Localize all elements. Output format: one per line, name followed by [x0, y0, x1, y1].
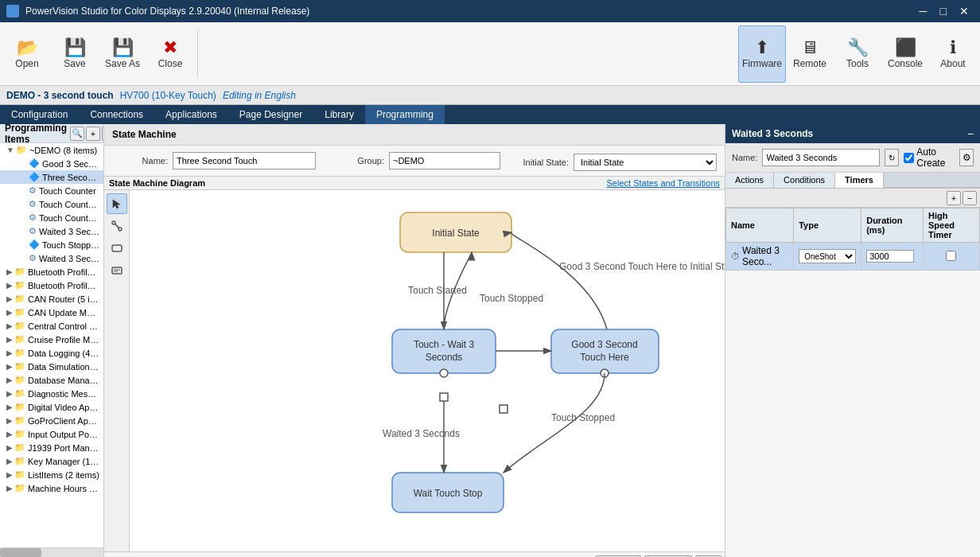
- right-panel-header: Waited 3 Seconds −: [725, 124, 980, 143]
- svg-rect-4: [112, 267, 122, 274]
- item-icon: ⚙: [29, 199, 37, 209]
- tree-item-22[interactable]: ▶📁J1939 Port Manager (21 items): [0, 441, 103, 454]
- svg-point-0: [112, 221, 115, 224]
- state-machine-form: Name: Group: Initial State: Initial Stat…: [104, 146, 725, 177]
- tree-item-3[interactable]: ⚙Touch Counter: [0, 184, 103, 197]
- tree-item-17[interactable]: ▶📁Database Manager (1 items): [0, 373, 103, 387]
- tab-actions[interactable]: Actions: [725, 173, 774, 188]
- connect-tool[interactable]: [107, 216, 127, 236]
- nav-library[interactable]: Library: [313, 105, 365, 124]
- diagram-svg[interactable]: Initial State Touch - Wait 3 Seconds Goo…: [130, 190, 725, 551]
- name-input[interactable]: [173, 152, 316, 169]
- right-name-label: Name:: [732, 153, 757, 162]
- tree-item-25[interactable]: ▶📁Machine Hours (2 items): [0, 481, 103, 495]
- folder-icon: 📁: [14, 280, 25, 290]
- tree-area[interactable]: ▼📁~DEMO (8 items)🔷Good 3 Second Touch He…: [0, 143, 103, 547]
- save-button[interactable]: 💾 Save: [51, 25, 99, 83]
- tree-item-1[interactable]: 🔷Good 3 Second Touch Here: [0, 157, 103, 170]
- name-label: Name:: [112, 156, 168, 166]
- minimize-button[interactable]: ─: [915, 5, 932, 18]
- tree-item-10[interactable]: ▶📁Bluetooth Profile Manager (M2...: [0, 278, 103, 292]
- tree-label: Waited 3 SecondsTimerVaria...: [39, 254, 100, 263]
- tree-item-13[interactable]: ▶📁Central Control Module (3 items...: [0, 319, 103, 333]
- nav-configuration[interactable]: Configuration: [0, 105, 79, 124]
- diagram-tools: [104, 190, 130, 551]
- text-tool[interactable]: [107, 260, 127, 281]
- state-tool[interactable]: [107, 238, 127, 259]
- tree-item-12[interactable]: ▶📁CAN Update Manager (8 items...: [0, 306, 103, 319]
- connector-twait3-bottom[interactable]: [440, 369, 448, 377]
- open-button[interactable]: 📂 Open: [3, 25, 51, 83]
- right-name-input[interactable]: [762, 149, 880, 166]
- cell-type: OneShot Repeating: [794, 243, 861, 271]
- tree-item-19[interactable]: ▶📁Digital Video Application (3 ite...: [0, 400, 103, 414]
- scroll-thumb[interactable]: [0, 548, 41, 557]
- expand-arrow: ▶: [6, 389, 13, 398]
- auto-create-checkbox[interactable]: [904, 153, 914, 163]
- tree-item-23[interactable]: ▶📁Key Manager (1 items): [0, 454, 103, 468]
- left-panel-header: Programming Items 🔍 + −: [0, 124, 103, 143]
- tree-item-11[interactable]: ▶📁CAN Router (5 items): [0, 292, 103, 306]
- nav-programming[interactable]: Programming: [365, 105, 445, 124]
- connector-square2[interactable]: [500, 405, 508, 413]
- label-touch-started: Touch Started: [408, 285, 467, 296]
- settings-button[interactable]: ⚙: [959, 149, 974, 166]
- tree-item-18[interactable]: ▶📁Diagnostic Messages (63 items...: [0, 387, 103, 400]
- nav-page-designer[interactable]: Page Designer: [228, 105, 313, 124]
- tree-item-16[interactable]: ▶📁Data Simulation (3 items): [0, 360, 103, 373]
- expand-arrow: ▶: [6, 376, 13, 384]
- tree-item-21[interactable]: ▶📁Input Output Port Manager (1 i...: [0, 427, 103, 441]
- diagram-canvas[interactable]: Initial State Touch - Wait 3 Seconds Goo…: [104, 190, 725, 551]
- tree-item-24[interactable]: ▶📁ListItems (2 items): [0, 468, 103, 481]
- expand-arrow: ▶: [6, 294, 13, 303]
- arrow-good3-to-initial[interactable]: [511, 232, 607, 329]
- group-input[interactable]: [389, 152, 500, 169]
- nav-applications[interactable]: Applications: [154, 105, 228, 124]
- tree-label: ListItems (2 items): [28, 470, 99, 480]
- table-row[interactable]: ⏱ Waited 3 Seco... OneShot Repeating: [726, 243, 980, 271]
- tree-item-0[interactable]: ▼📁~DEMO (8 items): [0, 143, 103, 157]
- refresh-button[interactable]: ↻: [885, 149, 899, 166]
- firmware-button[interactable]: ⬆ Firmware: [738, 25, 786, 83]
- tree-item-7[interactable]: 🔷Touch Stopped: [0, 238, 103, 251]
- initial-state-select[interactable]: Initial State: [574, 154, 717, 171]
- tree-item-2[interactable]: 🔷Three Second Touch: [0, 170, 103, 184]
- tools-button[interactable]: 🔧 Tools: [834, 25, 881, 83]
- connector-square1[interactable]: [440, 393, 448, 401]
- left-scroll-bar[interactable]: [0, 547, 103, 557]
- save-as-button[interactable]: 💾 Save As: [99, 25, 146, 83]
- group-row: Group:: [329, 152, 500, 169]
- high-speed-checkbox[interactable]: [946, 251, 956, 261]
- tree-item-4[interactable]: ⚙Touch Counter Calculation Ev...: [0, 197, 103, 211]
- right-tab-toolbar: + −: [725, 189, 980, 208]
- right-panel-collapse-button[interactable]: −: [967, 127, 974, 140]
- restore-button[interactable]: □: [935, 5, 951, 18]
- tree-item-20[interactable]: ▶📁GoProClient Application (21 ite...: [0, 414, 103, 427]
- close-button[interactable]: ✖ Close: [146, 25, 194, 83]
- remote-button[interactable]: 🖥 Remote: [786, 25, 834, 83]
- about-button[interactable]: ℹ About: [929, 25, 977, 83]
- tree-item-14[interactable]: ▶📁Cruise Profile Manager (39 item...: [0, 333, 103, 346]
- item-icon: 🔷: [29, 240, 40, 250]
- nav-connections[interactable]: Connections: [79, 105, 154, 124]
- console-button[interactable]: ⬛ Console: [881, 25, 929, 83]
- open-icon: 📂: [17, 39, 38, 56]
- tab-add-button[interactable]: +: [947, 191, 961, 205]
- close-window-button[interactable]: ✕: [955, 5, 974, 18]
- type-select[interactable]: OneShot Repeating: [799, 249, 856, 263]
- tab-conditions[interactable]: Conditions: [774, 173, 835, 188]
- tree-item-6[interactable]: ⚙Waited 3 Seconds: [0, 224, 103, 238]
- label-touch-stopped2: Touch Stopped: [551, 412, 615, 423]
- tree-label: Key Manager (1 items): [28, 457, 100, 466]
- tree-item-15[interactable]: ▶📁Data Logging (4 items): [0, 346, 103, 360]
- duration-input[interactable]: [866, 250, 914, 263]
- tree-item-9[interactable]: ▶📁Bluetooth Profile Manager (39...: [0, 265, 103, 278]
- tab-timers[interactable]: Timers: [835, 173, 884, 188]
- select-tool[interactable]: [107, 193, 127, 214]
- tree-item-5[interactable]: ⚙Touch Counter Calculation Ev...: [0, 211, 103, 224]
- tree-item-8[interactable]: ⚙Waited 3 SecondsTimerVaria...: [0, 251, 103, 265]
- tab-remove-button[interactable]: −: [962, 191, 977, 205]
- panel-search-button[interactable]: 🔍: [70, 127, 84, 141]
- select-states-link[interactable]: Select States and Transitions: [607, 178, 720, 188]
- panel-add-button[interactable]: +: [86, 127, 100, 141]
